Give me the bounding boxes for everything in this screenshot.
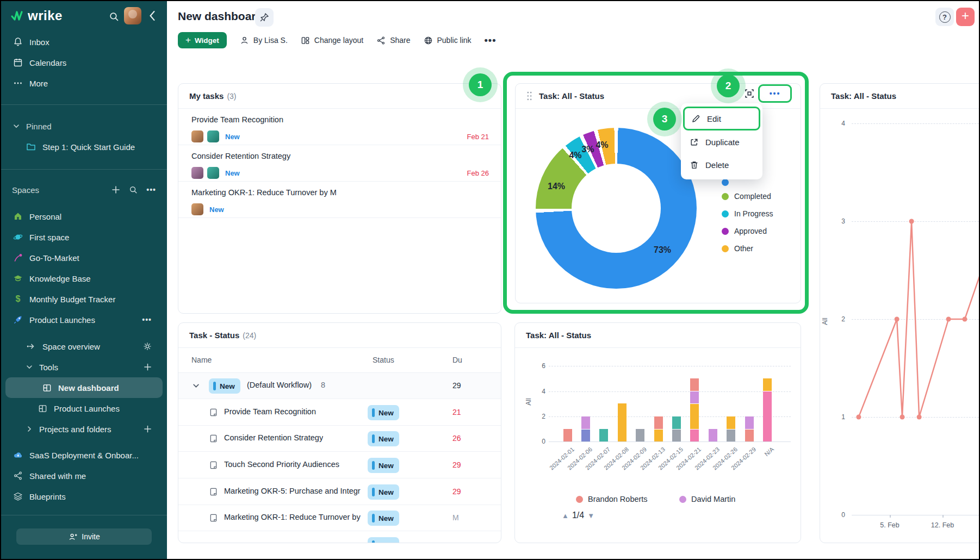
sidebar-item-product-launches-dashboard[interactable]: Product Launches [1,398,167,419]
create-button[interactable]: + [956,8,975,26]
add-project-icon[interactable] [144,425,152,433]
dashboard-grid-icon [38,404,47,413]
wrike-logo[interactable]: wrike [10,8,63,23]
donut-label-approved: 3% [581,145,594,154]
gear-icon[interactable] [143,342,152,351]
task-name[interactable]: Marketing OKR-5: Purchase and Integr [224,487,361,495]
sidebar-section-projects-and-folders[interactable]: Projects and folders [1,419,167,439]
invite-button[interactable]: Invite [16,528,152,545]
legend-label: Approved [734,227,767,235]
column-header-name[interactable]: Name [191,356,212,364]
add-tool-icon[interactable] [144,363,152,371]
author-button[interactable]: By Lisa S. [240,36,288,45]
table-row[interactable]: Marketing OKR-5: Purchase and Integr New… [178,479,501,505]
task-status[interactable]: New [225,133,240,141]
sidebar-space-monthly-budget-tracker[interactable]: $ Monthly Budget Tracker [1,289,167,309]
sidebar-space-go-to-market[interactable]: Go-To-Market [1,247,167,268]
plus-icon: + [185,35,191,46]
sidebar-space-personal[interactable]: Personal [1,206,167,227]
page-down-icon[interactable]: ▼ [587,512,594,520]
status-badge[interactable]: New [368,458,399,473]
task-name[interactable]: Touch Second Priority Audiences [224,460,339,469]
collapse-sidebar-icon[interactable] [149,11,156,21]
widget-more-button[interactable]: ••• [758,84,792,103]
pin-dashboard-button[interactable] [255,8,274,27]
table-row-partial[interactable]: New [178,532,501,543]
chevron-down-icon[interactable] [193,382,200,389]
user-avatar[interactable] [124,7,141,24]
sidebar-item-inbox[interactable]: Inbox [1,32,167,52]
legend-item-in-progress[interactable]: In Progress [722,209,773,218]
table-group-row[interactable]: New (Default Workflow) 8 29 [178,373,501,399]
space-more-icon[interactable]: ••• [142,315,152,324]
add-space-icon[interactable] [111,185,120,194]
task-row[interactable]: Marketing OKR-1: Reduce Turnover by M Ne… [178,182,501,218]
table-row[interactable]: Provide Team Recognition New 21 [178,400,501,426]
menu-item-duplicate[interactable]: Duplicate [681,130,762,153]
avatar [207,130,219,142]
expand-icon[interactable] [743,88,755,99]
legend-item-other[interactable]: Other [722,244,753,253]
search-icon[interactable] [109,11,119,22]
task-name[interactable]: Consider Retention Strategy [191,152,290,160]
sidebar-item-shared-with-me[interactable]: Shared with me [1,465,167,486]
page-up-icon[interactable]: ▲ [562,512,569,520]
avatar [207,167,219,179]
task-name[interactable]: Provide Team Recognition [224,407,316,416]
legend-item-brandon-roberts[interactable]: Brandon Roberts [576,495,648,503]
pinned-section-toggle[interactable]: Pinned [1,116,167,136]
legend-item-completed[interactable]: Completed [722,192,771,201]
table-row[interactable]: Marketing OKR-1: Reduce Turnover by New … [178,505,501,531]
menu-item-edit[interactable]: Edit [683,107,760,130]
task-row[interactable]: Provide Team Recognition New Feb 21 [178,109,501,145]
help-button[interactable]: ? [935,8,954,26]
task-name[interactable]: Provide Team Recognition [191,115,283,124]
status-badge[interactable]: New [368,405,399,420]
sidebar-space-knowledge-base[interactable]: Knowledge Base [1,268,167,289]
sidebar-item-calendars[interactable]: Calendars [1,52,167,73]
bar-segment [690,404,699,428]
sidebar-item-space-overview[interactable]: Space overview [1,336,167,357]
sidebar-space-first-space[interactable]: First space [1,227,167,247]
sidebar-item-quick-start-guide[interactable]: Step 1: Quick Start Guide [1,136,167,157]
toolbar-more-icon[interactable]: ••• [485,35,497,46]
sidebar-item-blueprints[interactable]: Blueprints [1,486,167,507]
status-badge[interactable]: New [368,431,399,446]
legend-item-approved[interactable]: Approved [722,227,767,235]
search-spaces-icon[interactable] [129,185,138,194]
sidebar-item-more[interactable]: More [1,73,167,94]
spaces-more-icon[interactable]: ••• [146,185,156,194]
public-link-button[interactable]: Public link [424,36,472,45]
more-icon: ••• [770,89,781,98]
legend-item-david-martin[interactable]: David Martin [679,495,735,503]
column-header-status[interactable]: Status [373,356,394,364]
sidebar-space-product-launches[interactable]: Product Launches ••• [1,309,167,330]
table-row[interactable]: Consider Retention Strategy New 26 [178,426,501,452]
legend-dot [722,228,729,235]
pin-icon [259,13,269,22]
status-badge[interactable]: New [368,511,399,526]
column-header-due[interactable]: Du [452,356,462,364]
task-name[interactable]: Marketing OKR-1: Reduce Turnover by M [191,188,337,197]
table-row[interactable]: Touch Second Priority Audiences New 29 [178,452,501,478]
share-button[interactable]: Share [376,36,410,45]
task-status[interactable]: New [209,206,224,214]
task-name[interactable]: Consider Retention Strategy [224,433,323,442]
bar-2024-02-26 [727,416,735,441]
task-status[interactable]: New [225,169,240,177]
task-row[interactable]: Consider Retention Strategy New Feb 26 [178,145,501,182]
sidebar-item-saas-deployment[interactable]: SaaS Deployment & Onboar... [1,445,167,465]
share-label: Share [390,36,410,45]
sidebar-item-new-dashboard[interactable]: New dashboard [5,377,163,398]
menu-item-delete[interactable]: Delete [681,153,762,176]
bar-segment [727,430,735,441]
sidebar-section-tools[interactable]: Tools [1,357,167,377]
task-name[interactable]: Marketing OKR-1: Reduce Turnover by [224,513,361,521]
add-widget-button[interactable]: + Widget [178,32,227,48]
avatar [191,167,203,179]
status-badge[interactable]: New [368,484,399,500]
bar-2024-02-07 [599,429,608,441]
drag-handle-icon[interactable] [526,91,532,101]
widget-title: My tasks [189,91,224,101]
change-layout-button[interactable]: Change layout [301,36,363,45]
